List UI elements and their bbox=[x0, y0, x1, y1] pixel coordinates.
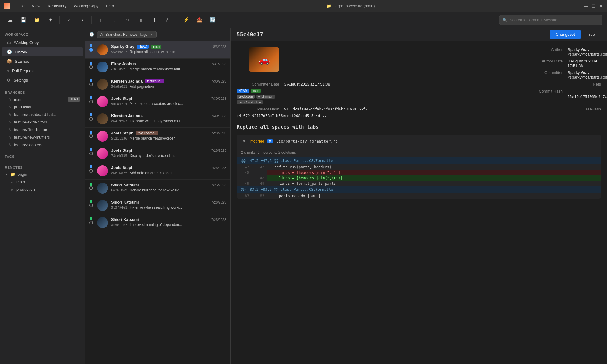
sidebar-branch-dashboard[interactable]: ⑃ feature/dashboard-bat... bbox=[0, 111, 85, 118]
sidebar-branch-scooters[interactable]: ⑃ feature/scooters bbox=[0, 141, 85, 149]
cloud-button[interactable]: ☁ bbox=[5, 15, 16, 25]
sidebar-remote-origin-main[interactable]: ⑃ main bbox=[0, 178, 85, 186]
branch-button[interactable]: ⑃ bbox=[162, 15, 173, 25]
commit-hash-2: 54a6a621 bbox=[111, 85, 127, 89]
maximize-button[interactable]: ☐ bbox=[591, 4, 596, 8]
sidebar-branch-extra-nitors[interactable]: ⑃ feature/extra-nitors bbox=[0, 118, 85, 126]
commit-avatar-0 bbox=[97, 44, 108, 55]
branch-filter-dropdown[interactable]: All Branches, Remotes, Tags ▼ bbox=[97, 31, 157, 38]
commit-item-8[interactable]: Shiori Katsumi 7/26/2023 b63bf869 Handle… bbox=[85, 180, 230, 197]
commit-hash-msg-2: 54a6a621 Add pagination bbox=[111, 84, 226, 89]
commit-info-5: Jools Steph feature/orde... 7/29/2023 51… bbox=[111, 131, 226, 140]
fetch-button[interactable]: ↪ bbox=[122, 15, 133, 25]
commit-item-6[interactable]: Jools Steph 7/26/2023 78ceb335 Display o… bbox=[85, 145, 230, 162]
tab-changeset[interactable]: Changeset bbox=[550, 30, 581, 39]
pull-button[interactable]: ↓ bbox=[109, 15, 120, 25]
sidebar-item-pull-requests[interactable]: ⑃ Pull Requests bbox=[2, 66, 83, 75]
magic-button[interactable]: ✦ bbox=[45, 15, 56, 25]
folder-button[interactable]: 📁 bbox=[32, 15, 42, 25]
commit-hash-3: 5bc047f4 bbox=[111, 102, 127, 106]
branch-icon-dashboard: ⑃ bbox=[8, 112, 11, 117]
commit-author-line-1: Elroy Joshua 7/31/2023 bbox=[111, 62, 226, 66]
sidebar-item-settings[interactable]: ⚙ Settings bbox=[2, 76, 83, 85]
merge-button[interactable]: ⚡ bbox=[181, 15, 192, 25]
close-button[interactable]: ✕ bbox=[599, 4, 603, 8]
sidebar-branch-main[interactable]: ⑃ main HEAD bbox=[0, 96, 85, 103]
separator-1 bbox=[59, 16, 60, 24]
diff-line-new-num-2: +48 bbox=[252, 175, 267, 181]
diff-line-old-num-3: 49 bbox=[237, 181, 252, 186]
toggle-expand-icon[interactable]: ▼ bbox=[241, 138, 247, 145]
branch-icon-filter-button: ⑃ bbox=[8, 127, 11, 132]
search-input[interactable] bbox=[510, 18, 599, 22]
commit-item-10[interactable]: Shiori Katsumi 7/26/2023 ac5effe7 Improv… bbox=[85, 214, 230, 231]
commit-item-4[interactable]: Kiersten Jacinda 7/30/2023 e6419f67 Fix … bbox=[85, 110, 230, 128]
terminal-button[interactable]: 📤 bbox=[194, 15, 205, 25]
tab-tree[interactable]: Tree bbox=[581, 30, 601, 39]
save-button[interactable]: 💾 bbox=[18, 15, 29, 25]
meta-label-committer: Committer bbox=[284, 70, 563, 79]
ref-main: main bbox=[251, 89, 261, 93]
commit-info-10: Shiori Katsumi 7/26/2023 ac5effe7 Improv… bbox=[111, 217, 226, 227]
sidebar-item-working-copy[interactable]: 🗂 Working Copy bbox=[2, 38, 83, 47]
commit-item-2[interactable]: Kiersten Jacinda feature/sc... 7/30/2023… bbox=[85, 76, 230, 93]
menu-view[interactable]: View bbox=[29, 2, 43, 9]
commit-date-0: 8/3/2023 bbox=[213, 45, 226, 49]
menu-help[interactable]: Help bbox=[103, 2, 117, 9]
push-button[interactable]: ↑ bbox=[95, 15, 106, 25]
commit-item-7[interactable]: Jools Steph 7/26/2023 e6b16d2f Add note … bbox=[85, 162, 230, 180]
commit-item-3[interactable]: Jools Steph 7/30/2023 5bc047f4 Make sure… bbox=[85, 93, 230, 110]
stash-button[interactable]: ⬇ bbox=[135, 15, 146, 25]
commit-msg-10: Improved naming of dependen... bbox=[130, 223, 182, 227]
minimize-button[interactable]: — bbox=[584, 4, 589, 8]
diff-line-content-4: parts.map do |part| bbox=[267, 193, 601, 199]
branch-name-scooters: feature/scooters bbox=[14, 143, 42, 147]
commit-author-line-6: Jools Steph 7/26/2023 bbox=[111, 148, 226, 153]
branch-name-extra-nitors: feature/extra-nitors bbox=[14, 120, 47, 124]
sidebar-branch-production[interactable]: ⑃ production bbox=[0, 103, 85, 111]
commit-avatar-8 bbox=[97, 183, 108, 194]
ref-head: HEAD bbox=[237, 89, 249, 93]
menu-repository[interactable]: Repository bbox=[45, 2, 70, 9]
commit-item-5[interactable]: Jools Steph feature/orde... 7/29/2023 51… bbox=[85, 128, 230, 145]
file-path: lib/parts/csv_formatter.rb bbox=[276, 139, 338, 143]
sidebar-remote-origin-production[interactable]: ⑃ production bbox=[0, 186, 85, 193]
commit-item-0[interactable]: Sparky Gray HEAD main 8/3/2023 55e49e17 … bbox=[85, 41, 230, 59]
commit-author-line-7: Jools Steph 7/26/2023 bbox=[111, 165, 226, 170]
commit-hash-10: ac5effe7 bbox=[111, 223, 127, 227]
back-button[interactable]: ‹ bbox=[63, 15, 74, 25]
commit-date-3: 7/30/2023 bbox=[211, 97, 226, 100]
branch-name-new-mufflers: feature/new-mufflers bbox=[14, 135, 50, 140]
commit-msg-6: Display order's invoice id in... bbox=[130, 153, 177, 158]
commit-date-6: 7/26/2023 bbox=[211, 149, 226, 152]
tags-header: Tags bbox=[0, 152, 85, 160]
file-stats: 2 chunks, 2 insertions, 2 deletions bbox=[237, 148, 601, 157]
sidebar-remote-origin-group[interactable]: ▼ 📁 origin bbox=[0, 170, 85, 178]
commit-author-line-5: Jools Steph feature/orde... 7/29/2023 bbox=[111, 131, 226, 135]
diff-line-4: 83 83 parts.map do |part| bbox=[237, 193, 601, 199]
menu-file[interactable]: File bbox=[15, 2, 28, 9]
commit-id: 55e49e17 bbox=[237, 31, 263, 38]
diff-line-new-num-4: 83 bbox=[252, 193, 267, 199]
forward-button[interactable]: › bbox=[77, 15, 88, 25]
commit-hash-msg-6: 78ceb335 Display order's invoice id in..… bbox=[111, 153, 226, 158]
commit-avatar-7 bbox=[97, 165, 108, 176]
sidebar-branch-new-mufflers[interactable]: ⑃ feature/new-mufflers bbox=[0, 133, 85, 141]
commit-date-4: 7/30/2023 bbox=[211, 114, 226, 118]
remote-branch-production-label: production bbox=[16, 187, 35, 192]
sidebar-item-history[interactable]: 🕐 History bbox=[2, 47, 83, 56]
commit-tag-feature-2: feature/sc... bbox=[145, 79, 164, 83]
commit-item-1[interactable]: Elroy Joshua 7/31/2023 c36f052f Merge br… bbox=[85, 59, 230, 76]
menu-working-copy[interactable]: Working Copy bbox=[71, 2, 101, 9]
search-box[interactable]: 🔍 bbox=[499, 15, 602, 25]
branch-name-filter-button: feature/filter-button bbox=[14, 127, 47, 132]
branch-icon-scooters: ⑃ bbox=[8, 143, 11, 147]
diff-line-content-3: lines + format_parts(parts) bbox=[267, 181, 601, 186]
refresh-button[interactable]: 🔄 bbox=[207, 15, 218, 25]
commit-item-9[interactable]: Shiori Katsumi 7/26/2023 515f94e1 Fix er… bbox=[85, 197, 230, 214]
unstash-button[interactable]: ⬆ bbox=[149, 15, 160, 25]
sidebar-item-stashes[interactable]: 📦 Stashes bbox=[2, 57, 83, 66]
sidebar-branch-filter-button[interactable]: ⑃ feature/filter-button bbox=[0, 126, 85, 133]
commit-author-4: Kiersten Jacinda bbox=[111, 113, 143, 118]
commit-tag-feature-5: feature/orde... bbox=[136, 131, 158, 135]
